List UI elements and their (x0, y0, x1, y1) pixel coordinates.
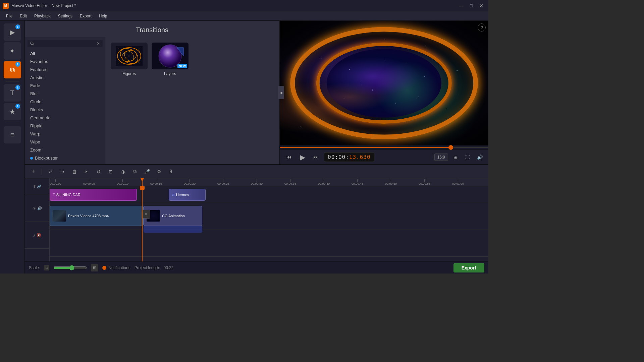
skip-forward-button[interactable]: ⏭ (311, 152, 321, 163)
export-button[interactable]: Export (453, 263, 484, 273)
tool-text[interactable]: T 1 (4, 84, 21, 102)
category-blockbuster[interactable]: Blockbuster (28, 154, 103, 162)
category-featured[interactable]: Featured (28, 66, 103, 73)
scale-slider[interactable] (53, 265, 87, 270)
transition-insert-button[interactable]: ⧉ (130, 167, 140, 176)
ruler-mark-50: 00:00:50 (385, 179, 397, 185)
mute-icon[interactable]: 🔇 (37, 233, 41, 237)
project-length-static: Project length: (135, 265, 160, 270)
progress-handle[interactable] (448, 145, 453, 150)
eye-icon[interactable]: 👁 (33, 206, 36, 210)
preview-video: ? (280, 21, 488, 145)
tool-video[interactable]: ▶ 1 (4, 23, 21, 41)
close-button[interactable]: ✕ (477, 2, 486, 9)
inner-stars (327, 49, 441, 118)
color-button[interactable]: ◑ (118, 167, 128, 176)
volume-track-icon[interactable]: 🔊 (37, 206, 42, 210)
clip-cg-label: CG Animation (162, 214, 185, 218)
category-blocks[interactable]: Blocks (28, 106, 103, 114)
cut-button[interactable]: ✂ (82, 167, 92, 176)
clip-pexels-label: Pexels Videos 4703.mp4 (68, 214, 109, 218)
notifications-label: Notifications (108, 265, 130, 270)
category-circle[interactable]: Circle (28, 98, 103, 106)
scale-decrease-button[interactable]: □ (44, 265, 49, 270)
menu-bar: File Edit Playback Settings Export Help (0, 11, 488, 21)
undo-history-button[interactable]: ↺ (94, 167, 104, 176)
ruler-mark-15: 00:00:15 (150, 179, 162, 185)
text-track-row: T SHINING DAR ⊕ Hermes (50, 186, 488, 203)
category-ripple[interactable]: Ripple (28, 122, 103, 130)
crop-button[interactable]: ⊡ (106, 167, 116, 176)
audio-track-controls: ♪ 🔇 (25, 222, 49, 249)
mic-button[interactable]: 🎤 (142, 167, 152, 176)
scale-fit-button[interactable]: ⊞ (91, 264, 98, 272)
timeline-toolbar: + ↩ ↪ 🗑 ✂ ↺ ⊡ ◑ ⧉ 🎤 ⚙ 🎚 (25, 165, 488, 178)
ruler-mark-60: 00:01:00 (452, 179, 464, 185)
window-controls: — □ ✕ (457, 2, 486, 9)
tool-effects[interactable]: ✦ (4, 42, 21, 60)
clip-cg-animation[interactable]: CG Animation (144, 206, 202, 226)
toolbar-separator (6, 81, 19, 81)
text-track-controls: T 🔗 (25, 178, 49, 195)
category-artistic[interactable]: Artistic (28, 74, 103, 81)
menu-help[interactable]: Help (96, 13, 111, 19)
menu-playback[interactable]: Playback (31, 13, 54, 19)
ruler-mark-0: 00:00:00 (50, 179, 61, 185)
category-favorites[interactable]: Favorites (28, 58, 103, 65)
layers-thumbnail: NEW (152, 43, 189, 69)
menu-export[interactable]: Export (76, 13, 95, 19)
playhead-handle[interactable] (140, 186, 145, 190)
volume-button[interactable]: 🔊 (475, 153, 484, 162)
tool-transitions[interactable]: ⧉ 1 (4, 61, 21, 78)
search-icon (30, 42, 34, 46)
timeline-main: 00:00:00 00:00:05 00:00:10 00:00:15 (50, 178, 488, 261)
delete-button[interactable]: 🗑 (69, 167, 79, 176)
skip-back-button[interactable]: ⏮ (284, 152, 294, 163)
progress-bar-container[interactable] (280, 145, 488, 149)
menu-settings[interactable]: Settings (55, 13, 76, 19)
menu-file[interactable]: File (3, 13, 16, 19)
tool-effects2[interactable]: ★ 1 (4, 103, 21, 120)
play-button[interactable]: ▶ (297, 152, 308, 163)
pexels-thumb-bg (53, 210, 66, 222)
windowed-view-button[interactable]: ⊞ (451, 153, 460, 162)
search-input[interactable] (36, 41, 95, 46)
category-fantasy[interactable]: Fantasy (28, 162, 103, 164)
audio-mix-button[interactable]: 🎚 (166, 167, 176, 176)
category-fade[interactable]: Fade (28, 82, 103, 89)
category-wipe[interactable]: Wipe (28, 138, 103, 146)
effects2-badge: 1 (15, 104, 20, 109)
transition-marker[interactable]: ✕ (142, 210, 150, 219)
clip-pexels-video[interactable]: Pexels Videos 4703.mp4 (50, 206, 144, 226)
notifications-button[interactable]: Notifications (102, 265, 130, 270)
clip-hermes[interactable]: ⊕ Hermes (169, 189, 206, 201)
fullscreen-button[interactable]: ⛶ (463, 153, 472, 162)
minimize-button[interactable]: — (457, 2, 466, 9)
transition-figures[interactable]: Figures (111, 43, 148, 76)
category-all[interactable]: All (28, 50, 103, 57)
clip-shining-dar[interactable]: T SHINING DAR (50, 189, 137, 201)
category-warp[interactable]: Warp (28, 130, 103, 138)
text-track-icon: T (33, 184, 36, 189)
undo-button[interactable]: ↩ (45, 167, 55, 176)
redo-button[interactable]: ↪ (57, 167, 67, 176)
tool-menu[interactable]: ≡ (4, 126, 21, 143)
help-button[interactable]: ? (478, 23, 486, 32)
add-media-button[interactable]: + (28, 167, 38, 176)
settings-button[interactable]: ⚙ (154, 167, 164, 176)
music-icon: ♪ (33, 233, 36, 238)
ruler-playhead (142, 178, 143, 186)
ruler-mark-5: 00:00:05 (83, 179, 95, 185)
maximize-button[interactable]: □ (467, 2, 476, 9)
transition-layers[interactable]: NEW Layers (152, 43, 189, 76)
progress-bar-track[interactable] (280, 147, 488, 148)
video-icon: ▶ (10, 28, 15, 36)
collapse-panel-button[interactable]: ◀ (278, 86, 279, 99)
category-zoom[interactable]: Zoom (28, 146, 103, 154)
search-clear[interactable]: ✕ (97, 41, 100, 46)
menu-edit[interactable]: Edit (16, 13, 30, 19)
text-badge: 1 (15, 85, 20, 90)
ruler-mark-25: 00:00:25 (217, 179, 229, 185)
category-geometric[interactable]: Geometric (28, 114, 103, 122)
category-blur[interactable]: Blur (28, 90, 103, 98)
